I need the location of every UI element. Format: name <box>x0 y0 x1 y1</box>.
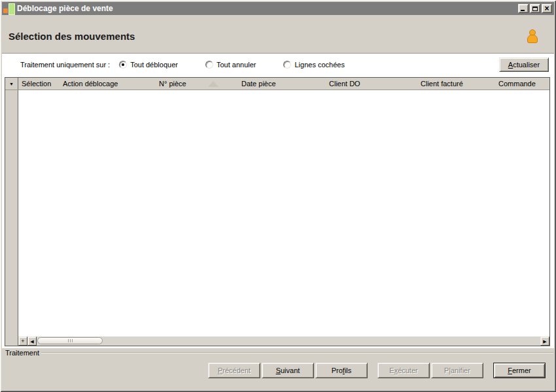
titlebar[interactable]: Déblocage pièce de vente × <box>2 2 554 15</box>
minimize-button[interactable] <box>518 4 529 13</box>
label-post: écuter <box>398 367 418 374</box>
label-pre: Pro <box>332 367 343 374</box>
column-header-selection[interactable]: Sélection <box>18 78 60 90</box>
button-label: Fermer <box>508 367 530 374</box>
status-label: Traitement <box>5 349 39 357</box>
label-post: uivant <box>281 367 300 374</box>
row-selector-menu-button[interactable]: ▼ <box>5 78 18 90</box>
button-label: Profils <box>332 367 352 374</box>
table-body <box>5 90 549 336</box>
page-title: Sélection des mouvements <box>9 31 527 42</box>
radio-option-tout-debloquer[interactable]: Tout débloquer <box>119 61 178 69</box>
schedule-button[interactable]: Planifier <box>431 363 483 378</box>
column-label: Action déblocage <box>63 80 118 88</box>
groupbox-line <box>41 352 553 353</box>
filter-row: Traitement uniquement sur : Tout débloqu… <box>5 57 550 73</box>
add-row-button[interactable]: + <box>18 336 27 346</box>
plus-icon: + <box>21 338 24 344</box>
radio-label: Lignes cochées <box>294 61 344 69</box>
label-post: anifier <box>451 367 470 374</box>
column-header-date-piece[interactable]: Date pièce <box>238 78 326 90</box>
scroll-right-icon: ▶ <box>543 339 546 344</box>
profiles-button[interactable]: Profils <box>315 363 368 378</box>
table-rows <box>18 90 549 336</box>
button-label: Suivant <box>276 367 300 374</box>
column-label: Commande <box>498 80 536 88</box>
next-button[interactable]: Suivant <box>262 363 314 378</box>
status-row: Traitement <box>2 348 554 357</box>
filter-label: Traitement uniquement sur : <box>20 61 110 69</box>
radio-label: Tout annuler <box>217 61 256 69</box>
scroll-left-button[interactable]: ◀ <box>27 336 37 346</box>
label-post: récédent <box>222 367 251 374</box>
page-header: Sélection des mouvements <box>2 15 554 53</box>
column-header-action-deblocage[interactable]: Action déblocage <box>60 78 156 90</box>
column-header-no-piece[interactable]: N° pièce <box>156 78 238 90</box>
dropdown-arrow-icon: ▼ <box>9 82 14 86</box>
horizontal-scrollbar-thumb[interactable] <box>37 337 103 344</box>
radio-option-lignes-cochees[interactable]: Lignes cochées <box>283 61 344 69</box>
label-post: ermer <box>512 367 531 374</box>
scroll-right-button[interactable]: ▶ <box>540 336 549 346</box>
refresh-button[interactable]: Actualiser <box>499 57 549 72</box>
radio-icon[interactable] <box>283 61 291 69</box>
column-label: Client facturé <box>421 80 463 88</box>
button-label: Actualiser <box>508 61 540 69</box>
row-selector-strip <box>5 90 18 336</box>
close-button[interactable]: × <box>542 4 552 13</box>
column-label: Client DO <box>329 80 360 88</box>
button-label: Planifier <box>444 367 470 374</box>
execute-button[interactable]: Exécuter <box>377 363 430 378</box>
window-controls: × <box>518 4 552 13</box>
content-panel: Traitement uniquement sur : Tout débloqu… <box>2 53 554 348</box>
column-header-client-facture[interactable]: Client facturé <box>417 78 495 90</box>
button-label: Précédent <box>218 367 251 374</box>
scroll-left-icon: ◀ <box>30 339 33 344</box>
window: Déblocage pièce de vente × Sélection des… <box>0 0 556 392</box>
column-header-client-do[interactable]: Client DO <box>326 78 417 90</box>
close-dialog-button[interactable]: Fermer <box>493 363 546 378</box>
movements-table: ▼ Sélection Action déblocage N° pièce Da… <box>5 77 550 346</box>
app-icon <box>3 3 14 14</box>
window-title: Déblocage pièce de vente <box>17 4 518 13</box>
person-icon <box>527 29 538 43</box>
footer-button-bar: Précédent Suivant Profils Exécuter Plani… <box>2 357 554 390</box>
close-icon: × <box>544 5 549 12</box>
label-post: ctualiser <box>513 61 540 69</box>
scrollbar-corner <box>5 336 18 346</box>
radio-icon[interactable] <box>205 61 213 69</box>
maximize-icon <box>532 7 538 11</box>
maximize-button[interactable] <box>530 4 540 13</box>
column-label: N° pièce <box>159 80 186 88</box>
column-label: Date pièce <box>241 80 276 88</box>
table-header: ▼ Sélection Action déblocage N° pièce Da… <box>5 78 549 90</box>
sort-ascending-icon <box>208 81 218 87</box>
label-pre: E <box>389 367 394 374</box>
button-label: Exécuter <box>389 367 417 374</box>
radio-icon[interactable] <box>119 61 127 69</box>
label-key: F <box>508 367 512 374</box>
label-post: ils <box>345 367 351 374</box>
column-header-commande[interactable]: Commande <box>495 78 549 90</box>
column-label: Sélection <box>22 80 51 88</box>
radio-label: Tout débloquer <box>130 61 178 69</box>
horizontal-scrollbar-track[interactable] <box>37 336 540 346</box>
minimize-icon <box>521 10 525 11</box>
table-scrollbar-row: + ◀ ▶ <box>5 336 549 346</box>
label-key: S <box>276 367 281 374</box>
previous-button[interactable]: Précédent <box>208 363 260 378</box>
radio-option-tout-annuler[interactable]: Tout annuler <box>205 61 256 69</box>
